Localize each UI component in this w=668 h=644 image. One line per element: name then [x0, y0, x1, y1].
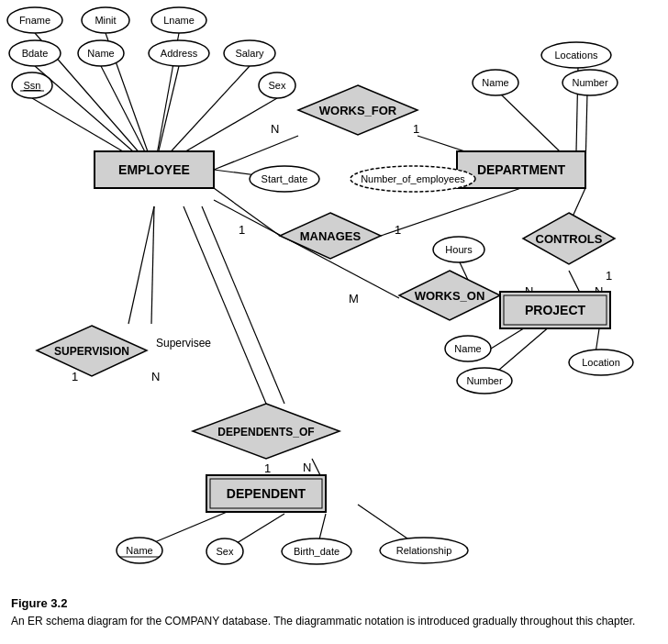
svg-text:Hours: Hours	[445, 244, 473, 255]
svg-text:Name: Name	[454, 343, 481, 354]
svg-text:Location: Location	[582, 357, 620, 368]
svg-text:EMPLOYEE: EMPLOYEE	[118, 162, 190, 177]
svg-text:N: N	[151, 370, 160, 383]
svg-text:M: M	[349, 292, 359, 305]
svg-text:DEPENDENTS_OF: DEPENDENTS_OF	[217, 426, 314, 439]
svg-text:Supervisee: Supervisee	[156, 337, 211, 350]
svg-text:1: 1	[239, 223, 245, 237]
svg-text:DEPARTMENT: DEPARTMENT	[477, 162, 566, 177]
figure-text: An ER schema diagram for the COMPANY dat…	[11, 615, 635, 627]
svg-text:N: N	[271, 122, 279, 136]
svg-text:Name: Name	[482, 77, 508, 88]
svg-text:WORKS_ON: WORKS_ON	[415, 289, 485, 303]
svg-line-26	[128, 206, 154, 324]
svg-text:DEPENDENT: DEPENDENT	[227, 486, 306, 501]
svg-text:CONTROLS: CONTROLS	[536, 232, 603, 246]
svg-line-9	[214, 136, 298, 170]
figure-title: Figure 3.2	[11, 596, 67, 610]
svg-text:1: 1	[395, 223, 401, 237]
svg-text:MANAGES: MANAGES	[300, 229, 362, 243]
svg-text:Name: Name	[87, 48, 114, 59]
svg-text:SUPERVISION: SUPERVISION	[54, 345, 129, 358]
svg-text:1: 1	[413, 122, 419, 136]
svg-text:Fname: Fname	[19, 15, 50, 26]
svg-text:Sex: Sex	[217, 546, 234, 557]
svg-text:1: 1	[72, 370, 78, 383]
svg-text:1: 1	[264, 461, 271, 475]
svg-line-27	[151, 206, 154, 324]
svg-text:Number: Number	[466, 375, 502, 386]
svg-text:Locations: Locations	[554, 50, 598, 61]
svg-text:Number_of_employees: Number_of_employees	[361, 173, 465, 184]
er-diagram: N 1 1 1 M N 1 N Supervisor Supervisee 1 …	[0, 0, 668, 587]
svg-line-20	[214, 200, 399, 298]
svg-text:Salary: Salary	[235, 48, 264, 59]
svg-text:Ssn: Ssn	[24, 80, 41, 91]
svg-text:Start_date: Start_date	[262, 173, 308, 184]
svg-text:Birth_date: Birth_date	[294, 546, 340, 557]
svg-text:Lname: Lname	[163, 15, 195, 26]
svg-line-16	[500, 94, 560, 151]
svg-line-12	[381, 188, 521, 236]
svg-text:Sex: Sex	[269, 80, 286, 91]
svg-text:Relationship: Relationship	[396, 545, 452, 556]
svg-text:WORKS_FOR: WORKS_FOR	[319, 104, 397, 117]
svg-line-28	[184, 206, 266, 404]
svg-text:PROJECT: PROJECT	[525, 303, 586, 317]
svg-text:Name: Name	[126, 545, 152, 556]
svg-text:Address: Address	[161, 48, 198, 59]
figure-caption: Figure 3.2 An ER schema diagram for the …	[0, 587, 668, 637]
svg-text:Minit: Minit	[95, 15, 116, 26]
svg-line-11	[214, 188, 280, 236]
svg-text:Bdate: Bdate	[22, 48, 49, 59]
svg-text:Number: Number	[572, 77, 607, 88]
svg-text:N: N	[303, 461, 311, 474]
svg-text:1: 1	[606, 269, 612, 283]
